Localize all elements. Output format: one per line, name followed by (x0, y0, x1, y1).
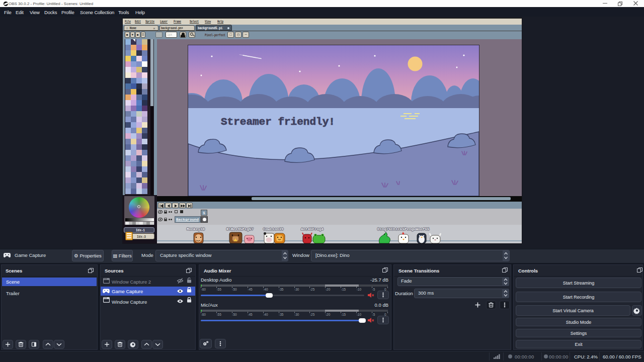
svg-text:Streamer friendly!: Streamer friendly! (221, 116, 335, 128)
